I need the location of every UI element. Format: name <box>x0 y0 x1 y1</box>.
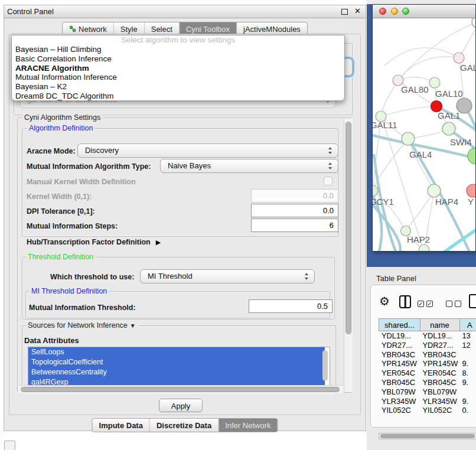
table-row[interactable]: YIL052CYIL052C0. <box>379 406 476 415</box>
close-icon[interactable]: ✕ <box>354 6 361 15</box>
manual-kernel-checkbox[interactable] <box>324 177 332 185</box>
algorithm-option[interactable]: Mutual Information Inference <box>12 73 344 82</box>
minimize-traffic-light[interactable] <box>391 8 398 15</box>
table-header-row: shared...nameA <box>379 318 476 331</box>
gear-icon[interactable]: ⚙ <box>379 295 390 307</box>
which-threshold-label: Which threshold to use: <box>50 273 134 281</box>
table-cell: YBR045C <box>420 378 459 387</box>
column-header-A[interactable]: A <box>459 318 476 331</box>
algorithm-option[interactable]: Bayesian – Hill Climbing <box>12 45 344 54</box>
tab-label: jActiveMNodules <box>243 25 301 34</box>
checked-checkbox-icon[interactable]: ✓ <box>418 301 424 307</box>
sources-collapse-header[interactable]: Sources for Network Inference▼ <box>26 321 138 330</box>
network-node[interactable] <box>468 148 475 164</box>
attribute-item[interactable]: BetweennessCentrality <box>28 367 325 377</box>
control-panel-titlebar[interactable]: Control Panel ✕ <box>4 5 366 18</box>
attribute-item[interactable]: TopologicalCoefficient <box>28 357 325 367</box>
column-header-name[interactable]: name <box>420 318 459 331</box>
settings-vscroll-thumb[interactable] <box>345 122 351 334</box>
network-node-y[interactable] <box>467 184 475 197</box>
table-body: YDL19...YDL19...13YDR27...YDR27...12YBR0… <box>379 331 476 415</box>
zoom-traffic-light[interactable] <box>402 8 409 15</box>
dpi-tolerance-input[interactable]: 0.0 <box>251 204 338 217</box>
tab-infer-network[interactable]: Infer Network <box>219 419 277 432</box>
table-cell <box>459 350 476 360</box>
aracne-mode-combo[interactable]: Discovery <box>77 144 338 158</box>
table-panel-dock: Table Panel ⚙ ✓ ✓ shared...nameA YDL19..… <box>367 267 476 450</box>
settings-horizontal-scrollbar[interactable] <box>18 385 344 393</box>
columns-icon[interactable] <box>399 295 411 308</box>
kernel-width-input[interactable]: 0.0 <box>251 189 338 203</box>
network-node-gal10[interactable] <box>429 77 440 88</box>
column-header-shared...[interactable]: shared... <box>379 318 420 331</box>
network-edge[interactable] <box>398 57 459 80</box>
settings-hscroll-thumb[interactable] <box>21 387 340 392</box>
unchecked-checkbox-icon[interactable] <box>446 301 452 307</box>
table-cell: YDR27... <box>420 341 459 350</box>
tab-discretize-data[interactable]: Discretize Data <box>150 419 219 432</box>
node-table: shared...nameA YDL19...YDL19...13YDR27..… <box>379 318 476 415</box>
table-row[interactable]: YER054CYER054C8. <box>379 369 476 378</box>
algorithm-option[interactable]: Dream8 DC_TDC Algorithm <box>12 92 344 101</box>
network-node[interactable] <box>472 18 475 28</box>
table-cell: YDL19... <box>379 331 420 341</box>
table-row[interactable]: YBR045CYBR045C9. <box>379 378 476 387</box>
network-edge[interactable] <box>381 106 436 116</box>
app-root: Control Panel ✕ NetworkStyleSelectCyni T… <box>0 0 476 450</box>
network-node-hap4[interactable] <box>428 184 441 197</box>
table-row[interactable]: YDL19...YDL19...13 <box>379 331 476 341</box>
tab-label: Cyni Toolbox <box>186 25 230 34</box>
tab-impute-data[interactable]: Impute Data <box>93 419 150 432</box>
collapsed-panel-button[interactable] <box>4 441 15 450</box>
checked-checkbox-icon[interactable]: ✓ <box>426 301 433 307</box>
network-canvas[interactable]: GALGAL80GAL10GAL1GAL11SWI4GAL4GCY1HAP4YH… <box>373 18 475 251</box>
tab-label: Network <box>79 25 107 34</box>
mi-type-value: Naive Bayes <box>168 161 211 170</box>
table-row[interactable]: YBR043CYBR043C <box>379 350 476 360</box>
network-node-gal4[interactable] <box>402 132 415 145</box>
table-row[interactable]: YBL079WYBL079W <box>379 387 476 397</box>
node-label: Y <box>468 197 474 207</box>
list-scrollbar-thumb[interactable] <box>322 350 328 381</box>
algorithm-option[interactable]: ARACNE Algorithm <box>12 64 344 73</box>
network-edge[interactable] <box>381 80 398 116</box>
table-cell: YPR145W <box>379 359 420 369</box>
table-horizontal-scrollbar[interactable] <box>379 433 476 439</box>
table-cell: 9. <box>459 397 476 406</box>
mi-threshold-input[interactable]: 0.5 <box>249 299 332 313</box>
table-row[interactable]: YPR145WYPR145W9. <box>379 359 476 369</box>
table-row[interactable]: YLR345WYLR345W9. <box>379 397 476 406</box>
settings-group-title: Cyni Algorithm Settings <box>22 113 102 122</box>
close-traffic-light[interactable] <box>379 8 386 15</box>
expander-arrow-icon: ▶ <box>156 239 161 246</box>
hub-definition-label: Hub/Transcription Factor Definition <box>27 238 151 246</box>
table-panel-title: Table Panel <box>376 274 416 283</box>
mi-threshold-title: MI Threshold Definition <box>30 287 109 296</box>
network-node[interactable] <box>419 244 429 251</box>
algorithm-option[interactable]: Bayesian – K2 <box>12 82 344 92</box>
table-cell: 9. <box>459 378 476 387</box>
table-cell: YIL052C <box>420 406 459 415</box>
network-window-titlebar[interactable] <box>373 5 475 18</box>
hub-definition-expander[interactable]: Hub/Transcription Factor Definition▶ <box>27 238 161 246</box>
table-row[interactable]: YDR27...YDR27...12 <box>379 341 476 350</box>
document-icon[interactable] <box>469 294 476 308</box>
mi-steps-input[interactable]: 6 <box>251 219 338 232</box>
table-cell: YBL079W <box>420 387 459 397</box>
which-threshold-combo[interactable]: MI Threshold <box>140 269 315 283</box>
apply-button[interactable]: Apply <box>159 399 203 412</box>
mi-type-combo[interactable]: Naive Bayes <box>160 159 338 173</box>
node-label: HAP2 <box>407 234 430 244</box>
network-edge[interactable] <box>406 191 434 231</box>
attribute-item[interactable]: SelfLoops <box>28 347 325 357</box>
table-cell: YBR045C <box>379 378 420 387</box>
network-node-gal[interactable] <box>454 53 464 63</box>
unchecked-checkbox-icon[interactable] <box>455 301 461 307</box>
table-hscroll-thumb[interactable] <box>380 434 475 438</box>
network-node-swi4[interactable] <box>442 122 455 135</box>
float-window-icon[interactable] <box>341 9 348 15</box>
aracne-mode-value: Discovery <box>85 146 119 155</box>
table-cell: 8. <box>459 369 476 378</box>
settings-vertical-scrollbar[interactable] <box>344 118 353 392</box>
algorithm-option[interactable]: Basic Correlation Inference <box>12 54 344 64</box>
